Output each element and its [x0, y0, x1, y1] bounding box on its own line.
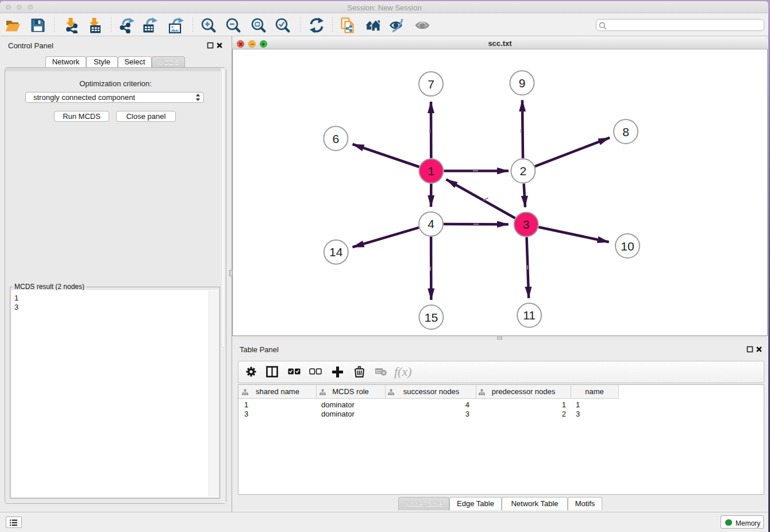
svg-text:2: 2: [519, 164, 526, 178]
svg-text:11: 11: [523, 309, 536, 322]
svg-text:3: 3: [523, 218, 530, 231]
svg-text:7: 7: [428, 78, 434, 91]
svg-text:10: 10: [621, 240, 634, 253]
svg-text:15: 15: [425, 311, 438, 324]
svg-text:1: 1: [428, 164, 435, 178]
svg-text:4: 4: [428, 217, 434, 230]
svg-text:14: 14: [329, 245, 343, 259]
svg-text:6: 6: [332, 132, 339, 145]
svg-text:8: 8: [622, 125, 629, 138]
svg-text:9: 9: [519, 76, 526, 90]
